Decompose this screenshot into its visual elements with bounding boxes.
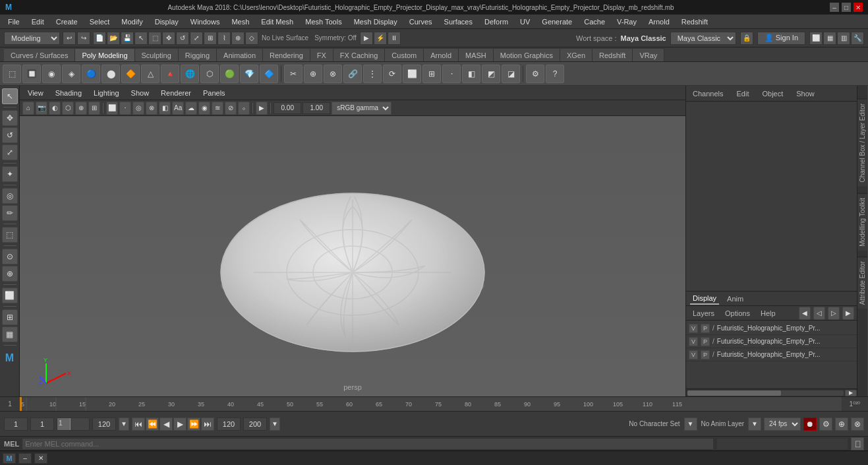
shelf-icon-10[interactable]: 🌐 <box>181 65 199 83</box>
vp-colorspace-dropdown[interactable]: sRGB gamma Linear <box>332 102 391 115</box>
extra-btn-2[interactable]: ⊗ <box>851 418 864 431</box>
shelf-icon-22[interactable]: ⊞ <box>422 65 441 83</box>
ch-tab-object[interactable]: Object <box>759 88 786 99</box>
shelf-icon-8[interactable]: △ <box>141 65 159 83</box>
layer-prev2-btn[interactable]: ◁ <box>813 307 825 320</box>
undo-button[interactable]: ↩ <box>63 32 76 45</box>
menu-mesh[interactable]: Mesh <box>226 16 254 27</box>
goto-end-btn[interactable]: ⏭ <box>201 418 214 431</box>
shelf-icon-17[interactable]: ⊗ <box>324 65 342 83</box>
shelf-icon-1[interactable]: ⬚ <box>3 65 21 83</box>
snap-point-button[interactable]: ⊕ <box>231 32 245 45</box>
menu-display[interactable]: Display <box>150 16 184 27</box>
frame-current-input[interactable] <box>30 418 54 431</box>
shelf-icon-19[interactable]: ⋮ <box>363 65 382 83</box>
layer-tool-layers[interactable]: Layers <box>689 309 718 317</box>
minimize-button[interactable]: – <box>830 3 839 12</box>
layer-tab-anim[interactable]: Anim <box>724 294 746 304</box>
pause-render-button[interactable]: ⏸ <box>388 32 401 45</box>
layer-v-1[interactable]: V <box>689 324 698 333</box>
menu-edit-mesh[interactable]: Edit Mesh <box>256 16 299 27</box>
layer-row-2[interactable]: V P / Futuristic_Holographic_Empty_Pr... <box>686 335 857 348</box>
anim-layer-dropdown-btn[interactable]: ▼ <box>748 418 761 431</box>
taskbar-app-btn[interactable]: M <box>3 453 16 464</box>
lasso-select-button[interactable]: ⬚ <box>148 32 161 45</box>
shelf-icon-27[interactable]: ⚙ <box>526 65 544 83</box>
play-fwd-btn[interactable]: ▶ <box>173 418 187 431</box>
frame-slider[interactable]: 1 <box>57 418 90 431</box>
character-dropdown-btn[interactable]: ▼ <box>684 418 697 431</box>
menu-surfaces[interactable]: Surfaces <box>439 16 478 27</box>
anim-settings-btn[interactable]: ⚙ <box>819 418 832 431</box>
shelf-tab-rigging[interactable]: Rigging <box>179 48 217 61</box>
vp-menu-shading[interactable]: Shading <box>50 88 87 98</box>
shelf-tab-mash[interactable]: MASH <box>459 48 494 61</box>
shelf-tab-sculpting[interactable]: Sculpting <box>135 48 179 61</box>
edge-tab-modeling[interactable]: Modelling Toolkit <box>857 193 867 251</box>
vp-backface-btn[interactable]: ◧ <box>159 102 171 115</box>
view-cube-btn[interactable]: ⬜ <box>2 288 18 303</box>
maximize-button[interactable]: □ <box>842 3 851 12</box>
select-tool-btn[interactable]: ↖ <box>2 88 18 104</box>
menu-modify[interactable]: Modify <box>116 16 148 27</box>
open-scene-button[interactable]: 📂 <box>107 32 120 45</box>
ipr-render-button[interactable]: ⚡ <box>374 32 387 45</box>
vp-motion-blur-btn[interactable]: ≋ <box>212 102 223 115</box>
viewport-canvas[interactable]: X Y Z persp <box>20 116 685 396</box>
snap-grid-button[interactable]: ⊞ <box>204 32 217 45</box>
layer-row-1[interactable]: V P / Futuristic_Holographic_Empty_Pr... <box>686 322 857 335</box>
vp-menu-lighting[interactable]: Lighting <box>88 88 125 98</box>
redo-button[interactable]: ↪ <box>77 32 90 45</box>
vp-isolate-btn[interactable]: ⬜ <box>106 102 118 115</box>
layer-tool-options[interactable]: Options <box>721 309 754 317</box>
vp-menu-renderer[interactable]: Renderer <box>156 88 196 98</box>
modeling-toolkit-button[interactable]: 🔧 <box>851 32 864 45</box>
snap-curve-button[interactable]: ⌇ <box>217 32 231 45</box>
paint-select-btn[interactable]: ✏ <box>2 205 18 221</box>
vp-menu-show[interactable]: Show <box>126 88 155 98</box>
layout-btn[interactable]: ▦ <box>2 326 18 342</box>
layer-tool-help[interactable]: Help <box>757 309 780 317</box>
vp-wireframe-btn[interactable]: ⬡ <box>62 102 74 115</box>
menu-redshift[interactable]: Redshift <box>676 16 713 27</box>
layer-v-2[interactable]: V <box>689 337 698 346</box>
rotate-tool-btn[interactable]: ↺ <box>2 127 18 143</box>
frame-max-set-btn[interactable]: ▼ <box>119 418 129 431</box>
range-max-input[interactable] <box>243 418 267 431</box>
taskbar-minimize-btn[interactable]: – <box>18 453 32 464</box>
mel-input[interactable] <box>22 438 714 450</box>
marquee-select-btn[interactable]: ⬚ <box>2 227 18 243</box>
shelf-icon-15[interactable]: ✂ <box>284 65 303 83</box>
select-tool-button[interactable]: ↖ <box>134 32 148 45</box>
vp-hud-btn[interactable]: ⬦ <box>238 102 250 115</box>
universal-tool-btn[interactable]: ✦ <box>2 166 18 182</box>
shelf-tab-motiongraphics[interactable]: Motion Graphics <box>494 48 560 61</box>
shelf-icon-4[interactable]: ◈ <box>62 65 80 83</box>
step-back-btn[interactable]: ⏪ <box>146 418 159 431</box>
shelf-icon-14[interactable]: 🔷 <box>260 65 278 83</box>
close-button[interactable]: ✕ <box>854 3 863 12</box>
shelf-icon-2[interactable]: 🔲 <box>22 65 41 83</box>
shelf-tab-rendering[interactable]: Rendering <box>263 48 310 61</box>
layer-next2-btn[interactable]: ▷ <box>828 307 840 320</box>
shelf-icon-11[interactable]: ⬡ <box>200 65 219 83</box>
shelf-icon-24[interactable]: ◧ <box>462 65 480 83</box>
layer-scroll-right[interactable]: ▶ <box>845 390 857 396</box>
goto-start-btn[interactable]: ⏮ <box>132 418 145 431</box>
layer-scrollbar[interactable]: ▶ <box>686 388 857 396</box>
fps-dropdown[interactable]: 24 fps 25 fps 30 fps <box>764 418 801 431</box>
shelf-tab-poly[interactable]: Poly Modeling <box>75 48 134 61</box>
range-max-set-btn[interactable]: ▼ <box>270 418 280 431</box>
shelf-icon-23[interactable]: ⬝ <box>442 65 461 83</box>
vp-subdiv-btn[interactable]: ⊗ <box>146 102 158 115</box>
shelf-icon-18[interactable]: 🔗 <box>343 65 362 83</box>
layer-next-btn[interactable]: ▶ <box>842 307 854 320</box>
vp-value-1-input[interactable] <box>274 102 301 114</box>
shelf-icon-6[interactable]: ⬤ <box>101 65 120 83</box>
shelf-tab-arnold[interactable]: Arnold <box>424 48 459 61</box>
menu-cache[interactable]: Cache <box>579 16 610 27</box>
menu-mesh-tools[interactable]: Mesh Tools <box>300 16 347 27</box>
mode-dropdown[interactable]: Modeling Rigging Animation FX Rendering <box>4 32 60 45</box>
shelf-tab-custom[interactable]: Custom <box>385 48 424 61</box>
shelf-icon-3[interactable]: ◉ <box>42 65 61 83</box>
